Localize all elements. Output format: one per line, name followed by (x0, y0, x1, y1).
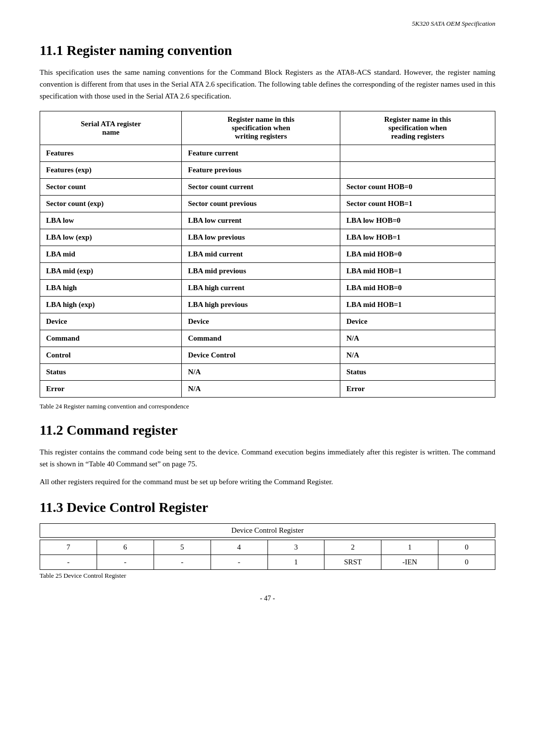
col-header-0: Serial ATA registername (40, 111, 182, 145)
table-cell-12-0: Control (40, 347, 182, 364)
table-cell-3-0: Sector count (exp) (40, 196, 182, 212)
dcr-bit-header-5: 2 (324, 540, 381, 555)
section-11-2-heading: 11.2 Command register (40, 422, 495, 438)
table-cell-13-2: Status (340, 364, 495, 381)
table-cell-2-0: Sector count (40, 179, 182, 196)
table-cell-9-2: LBA mid HOB=1 (340, 297, 495, 313)
table-24-caption: Table 24 Register naming convention and … (40, 403, 495, 410)
table-cell-14-1: N/A (182, 381, 340, 398)
section-11-1-heading: 11.1 Register naming convention (40, 43, 495, 58)
table-cell-13-1: N/A (182, 364, 340, 381)
table-cell-5-0: LBA low (exp) (40, 229, 182, 246)
table-cell-11-2: N/A (340, 330, 495, 347)
table-cell-7-1: LBA mid previous (182, 263, 340, 280)
table-cell-1-2 (340, 162, 495, 179)
section-11-1-intro: This specification uses the same naming … (40, 66, 495, 102)
page-header-title: 5K320 SATA OEM Specification (412, 20, 495, 27)
dcr-bit-value-7: 0 (438, 555, 495, 570)
dcr-bit-value-0: - (40, 555, 97, 570)
table-cell-7-0: LBA mid (exp) (40, 263, 182, 280)
dcr-bit-value-3: - (211, 555, 268, 570)
table-cell-0-1: Feature current (182, 145, 340, 162)
section-11-2-text2: All other registers required for the com… (40, 476, 495, 488)
table-cell-9-0: LBA high (exp) (40, 297, 182, 313)
dcr-bit-header-1: 6 (97, 540, 154, 555)
table-cell-8-0: LBA high (40, 280, 182, 297)
table-cell-4-1: LBA low current (182, 212, 340, 229)
dcr-bit-header-2: 5 (154, 540, 211, 555)
table-cell-14-0: Error (40, 381, 182, 398)
table-cell-12-1: Device Control (182, 347, 340, 364)
dcr-bit-header-3: 4 (211, 540, 268, 555)
dcr-bit-value-5: SRST (324, 555, 381, 570)
dcr-title: Device Control Register (40, 524, 495, 538)
table-cell-10-0: Device (40, 313, 182, 330)
dcr-bit-header-6: 1 (381, 540, 438, 555)
table-cell-5-2: LBA low HOB=1 (340, 229, 495, 246)
table-cell-9-1: LBA high previous (182, 297, 340, 313)
page-number: - 47 - (40, 595, 495, 603)
table-cell-3-2: Sector count HOB=1 (340, 196, 495, 212)
table-cell-6-0: LBA mid (40, 246, 182, 263)
table-25-caption: Table 25 Device Control Register (40, 572, 495, 580)
table-cell-7-2: LBA mid HOB=1 (340, 263, 495, 280)
dcr-bit-header-4: 3 (268, 540, 324, 555)
dcr-bit-header-0: 7 (40, 540, 97, 555)
table-cell-8-1: LBA high current (182, 280, 340, 297)
register-naming-table: Serial ATA registername Register name in… (40, 111, 495, 398)
section-11-2-text1: This register contains the command code … (40, 446, 495, 470)
dcr-bits-table: 76543210 ----1SRST-IEN0 (40, 540, 495, 570)
table-cell-10-2: Device (340, 313, 495, 330)
table-cell-2-2: Sector count HOB=0 (340, 179, 495, 196)
table-cell-0-2 (340, 145, 495, 162)
table-cell-11-1: Command (182, 330, 340, 347)
table-cell-0-0: Features (40, 145, 182, 162)
dcr-bit-value-6: -IEN (381, 555, 438, 570)
table-cell-4-0: LBA low (40, 212, 182, 229)
dcr-bit-value-1: - (97, 555, 154, 570)
table-cell-4-2: LBA low HOB=0 (340, 212, 495, 229)
table-cell-5-1: LBA low previous (182, 229, 340, 246)
table-cell-14-2: Error (340, 381, 495, 398)
table-cell-11-0: Command (40, 330, 182, 347)
dcr-bit-value-2: - (154, 555, 211, 570)
col-header-1: Register name in thisspecification whenw… (182, 111, 340, 145)
table-cell-1-0: Features (exp) (40, 162, 182, 179)
page-header: 5K320 SATA OEM Specification (40, 20, 495, 28)
table-cell-6-2: LBA mid HOB=0 (340, 246, 495, 263)
table-cell-10-1: Device (182, 313, 340, 330)
table-cell-3-1: Sector count previous (182, 196, 340, 212)
dcr-bit-header-7: 0 (438, 540, 495, 555)
section-11-3-heading: 11.3 Device Control Register (40, 500, 495, 515)
table-cell-1-1: Feature previous (182, 162, 340, 179)
table-cell-6-1: LBA mid current (182, 246, 340, 263)
col-header-2: Register name in thisspecification whenr… (340, 111, 495, 145)
table-cell-8-2: LBA mid HOB=0 (340, 280, 495, 297)
table-cell-2-1: Sector count current (182, 179, 340, 196)
table-cell-12-2: N/A (340, 347, 495, 364)
dcr-bit-value-4: 1 (268, 555, 324, 570)
table-cell-13-0: Status (40, 364, 182, 381)
dcr-outer-table: Device Control Register (40, 523, 495, 538)
